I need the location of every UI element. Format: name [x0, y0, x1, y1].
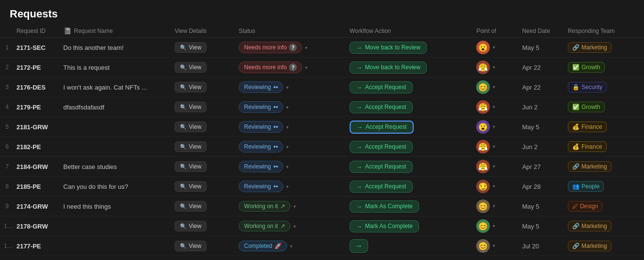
- status-chevron[interactable]: ▾: [286, 105, 289, 110]
- avatar-chevron[interactable]: ▾: [493, 64, 495, 70]
- status-chevron[interactable]: ▾: [286, 164, 289, 169]
- status-chevron[interactable]: ▾: [290, 244, 292, 249]
- view-button[interactable]: 🔍 View: [175, 42, 207, 53]
- view-button[interactable]: 🔍 View: [175, 102, 207, 112]
- workflow-button[interactable]: →Move back to Review: [350, 42, 427, 54]
- avatar-chevron[interactable]: ▾: [493, 104, 495, 109]
- view-button[interactable]: 🔍 View: [175, 62, 207, 73]
- avatar-chevron[interactable]: ▾: [493, 203, 495, 209]
- workflow-button[interactable]: →Mark As Complete: [350, 200, 419, 213]
- avatar-chevron[interactable]: ▾: [493, 243, 495, 248]
- avatar-chevron[interactable]: ▾: [493, 184, 495, 189]
- team-cell: 👥 People: [564, 177, 644, 197]
- workflow-button[interactable]: →Accept Request: [350, 121, 414, 134]
- workflow-button[interactable]: →: [350, 239, 368, 253]
- col-header-needdate: Need Date: [518, 24, 564, 38]
- avatar-chevron[interactable]: ▾: [493, 45, 495, 50]
- workflow-cell: →Mark As Complete: [346, 197, 473, 216]
- team-icon: ✅: [572, 64, 580, 71]
- avatar-chevron[interactable]: ▾: [493, 84, 495, 90]
- avatar-chevron[interactable]: ▾: [493, 124, 495, 129]
- status-chevron[interactable]: ▾: [293, 204, 296, 209]
- requests-table: Request ID 📓 Request Name View Details S…: [0, 24, 644, 256]
- avatar-chevron[interactable]: ▾: [493, 144, 495, 149]
- view-button[interactable]: 🔍 View: [175, 122, 207, 132]
- view-details-cell: 🔍 View: [171, 236, 235, 256]
- spacer-cell: [337, 38, 346, 58]
- status-badge: Reviewing ••: [239, 101, 283, 113]
- table-row: 1 2171-SEC Do this another team! 🔍 View …: [0, 38, 644, 58]
- workflow-cell: →Accept Request: [346, 177, 473, 197]
- status-cell: Reviewing •• ▾: [235, 97, 337, 117]
- team-badge: 🖊 Design: [568, 201, 602, 212]
- status-chevron[interactable]: ▾: [286, 184, 289, 189]
- table-row: 10 2178-GRW 🔍 View Working on it ↗ ▾ →Ma…: [0, 216, 644, 236]
- team-icon: 🔗: [572, 223, 580, 229]
- team-icon: 💰: [572, 123, 580, 130]
- status-chevron[interactable]: ▾: [305, 45, 307, 50]
- team-icon: 🖊: [572, 203, 578, 210]
- status-badge: Working on it ↗: [239, 221, 290, 231]
- row-number: 7: [0, 157, 13, 177]
- avatar-chevron[interactable]: ▾: [493, 164, 495, 169]
- search-icon: 🔍: [180, 84, 187, 91]
- request-id: 2178-GRW: [13, 216, 60, 236]
- team-badge: 💰 Finance: [568, 122, 607, 132]
- team-cell: 💰 Finance: [564, 137, 644, 157]
- status-badge: Completed 🚀: [239, 241, 287, 251]
- spacer-cell: [337, 58, 346, 77]
- workflow-button[interactable]: →Move back to Review: [350, 61, 427, 74]
- workflow-button[interactable]: →Mark As Complete: [350, 220, 419, 232]
- request-name: I need this things: [60, 197, 171, 216]
- status-cell: Working on it ↗ ▾: [235, 216, 337, 236]
- info-icon: ?: [289, 63, 297, 71]
- request-name: Better case studies: [60, 157, 171, 177]
- point-of-cell: 😊 ▾: [472, 77, 518, 97]
- view-button[interactable]: 🔍 View: [175, 82, 207, 92]
- point-of-cell: 😤 ▾: [472, 157, 518, 177]
- view-button[interactable]: 🔍 View: [175, 141, 207, 152]
- view-button[interactable]: 🔍 View: [175, 241, 207, 251]
- status-chevron[interactable]: ▾: [286, 124, 289, 130]
- spacer-cell: [337, 157, 346, 177]
- workflow-button[interactable]: →Accept Request: [350, 161, 413, 173]
- table-row: 9 2174-GRW I need this things 🔍 View Wor…: [0, 197, 644, 216]
- workflow-button[interactable]: →Accept Request: [350, 101, 413, 113]
- col-header-viewdetails: View Details: [171, 24, 235, 38]
- status-chevron[interactable]: ▾: [286, 85, 289, 90]
- status-label: Reviewing: [244, 143, 271, 150]
- view-button[interactable]: 🔍 View: [175, 181, 207, 192]
- team-cell: 🔗 Marketing: [564, 216, 644, 236]
- avatar-chevron[interactable]: ▾: [493, 223, 495, 229]
- view-details-cell: 🔍 View: [171, 177, 235, 197]
- team-icon: 🔒: [572, 84, 580, 91]
- status-cell: Needs more info ? ▾: [235, 58, 337, 77]
- avatar: 😊: [476, 80, 490, 94]
- need-date-cell: May 5: [518, 216, 564, 236]
- row-number: 6: [0, 137, 13, 157]
- request-name: [60, 137, 171, 157]
- status-label: Reviewing: [244, 123, 271, 130]
- avatar: 😤: [476, 140, 490, 153]
- status-chevron[interactable]: ▾: [286, 144, 289, 150]
- search-icon: 🔍: [180, 124, 187, 130]
- status-chevron[interactable]: ▾: [293, 224, 296, 229]
- status-badge: Needs more info ?: [239, 42, 302, 53]
- search-icon: 🔍: [180, 104, 187, 110]
- workflow-button[interactable]: →Accept Request: [350, 181, 413, 193]
- table-row: 4 2179-PE dfasdfsdafasdf 🔍 View Reviewin…: [0, 97, 644, 117]
- workflow-button[interactable]: →Accept Request: [350, 81, 413, 93]
- view-button[interactable]: 🔍 View: [175, 221, 207, 231]
- view-button[interactable]: 🔍 View: [175, 161, 207, 172]
- status-label: Working on it: [244, 223, 278, 229]
- need-date-cell: May 5: [518, 38, 564, 58]
- status-badge: Reviewing ••: [239, 141, 283, 153]
- status-label: Needs more info: [244, 44, 287, 51]
- workflow-button[interactable]: →Accept Request: [350, 141, 413, 153]
- status-cell: Completed 🚀 ▾: [235, 236, 337, 256]
- request-id: 2179-PE: [13, 97, 60, 117]
- request-id: 2185-PE: [13, 177, 60, 197]
- status-chevron[interactable]: ▾: [305, 65, 307, 70]
- request-id: 2177-PE: [13, 236, 60, 256]
- view-button[interactable]: 🔍 View: [175, 201, 207, 212]
